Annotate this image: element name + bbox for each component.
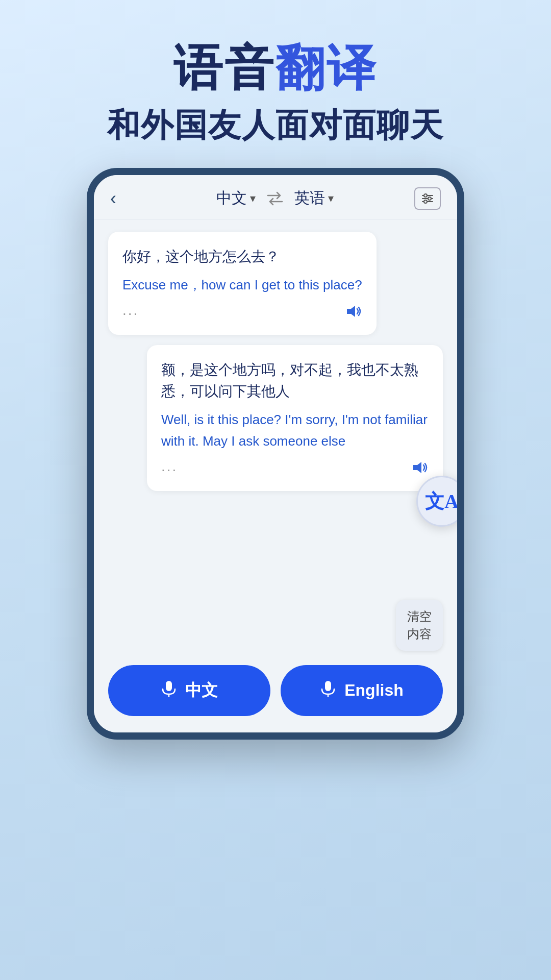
main-subtitle: 和外国友人面对面聊天 xyxy=(0,103,551,148)
svg-point-5 xyxy=(424,200,427,203)
svg-marker-6 xyxy=(347,306,355,317)
bottom-record-buttons: 中文 English xyxy=(94,655,457,732)
message-2-dots: ··· xyxy=(161,461,178,478)
swap-languages-button[interactable] xyxy=(264,187,286,210)
record-english-label: English xyxy=(344,681,404,700)
lang-right-label: 英语 xyxy=(294,188,325,209)
phone-mockup: ‹ 中文 ▾ 英语 ▾ xyxy=(87,168,464,740)
message-1-translated: Excuse me，how can I get to this place? xyxy=(122,275,362,296)
lang-left-selector[interactable]: 中文 ▾ xyxy=(216,188,256,209)
record-chinese-button[interactable]: 中文 xyxy=(108,665,270,716)
clear-content-button[interactable]: 清空 内容 xyxy=(396,600,443,650)
svg-point-3 xyxy=(424,194,427,197)
svg-marker-7 xyxy=(413,462,421,473)
message-2-original: 额，是这个地方吗，对不起，我也不太熟悉，可以问下其他人 xyxy=(161,359,429,402)
language-selector-area: 中文 ▾ 英语 ▾ xyxy=(216,187,334,210)
phone-topbar: ‹ 中文 ▾ 英语 ▾ xyxy=(94,175,457,219)
message-bubble-1: 你好，这个地方怎么去？ Excuse me，how can I get to t… xyxy=(108,232,377,335)
translate-fab-icon: 文A xyxy=(425,492,458,511)
lang-right-arrow: ▾ xyxy=(328,192,334,205)
svg-point-4 xyxy=(428,197,431,200)
svg-rect-8 xyxy=(166,681,172,691)
page-background: 语音翻译 和外国友人面对面聊天 ‹ 中文 ▾ 英语 xyxy=(0,0,551,740)
message-1-dots: ··· xyxy=(122,305,139,322)
main-title: 语音翻译 xyxy=(0,41,551,95)
message-2-speaker-icon[interactable] xyxy=(410,460,429,479)
mic-chinese-icon xyxy=(161,680,177,701)
title-part1: 语音 xyxy=(173,40,276,95)
lang-right-selector[interactable]: 英语 ▾ xyxy=(294,188,334,209)
bottom-spacer xyxy=(94,503,457,595)
message-1-original: 你好，这个地方怎么去？ xyxy=(122,246,362,267)
page-header: 语音翻译 和外国友人面对面聊天 xyxy=(0,0,551,168)
svg-rect-10 xyxy=(325,681,331,691)
lang-left-label: 中文 xyxy=(216,188,247,209)
back-button[interactable]: ‹ xyxy=(110,188,136,209)
title-part2: 翻译 xyxy=(276,40,378,95)
translate-fab-button[interactable]: 文A xyxy=(416,476,464,527)
lang-left-arrow: ▾ xyxy=(250,192,256,205)
chat-area: 你好，这个地方怎么去？ Excuse me，how can I get to t… xyxy=(94,219,457,504)
message-1-speaker-icon[interactable] xyxy=(344,304,362,323)
mic-english-icon xyxy=(320,680,336,701)
message-2-footer: ··· xyxy=(161,460,429,479)
message-2-translated: Well, is it this place? I'm sorry, I'm n… xyxy=(161,409,429,452)
settings-button[interactable] xyxy=(414,187,441,210)
message-1-footer: ··· xyxy=(122,304,362,323)
message-bubble-2: 额，是这个地方吗，对不起，我也不太熟悉，可以问下其他人 Well, is it … xyxy=(147,345,443,491)
record-chinese-label: 中文 xyxy=(185,679,218,702)
record-english-button[interactable]: English xyxy=(281,665,443,716)
